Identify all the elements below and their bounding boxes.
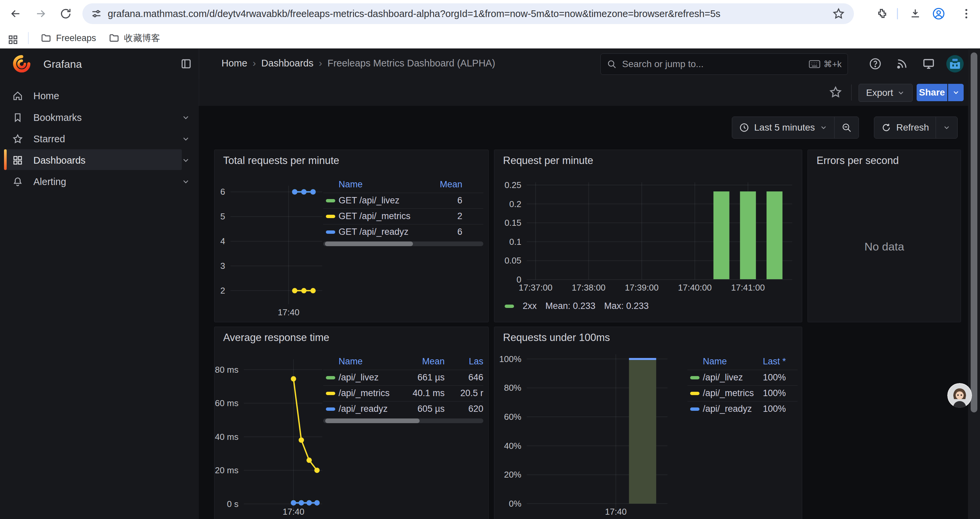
chevron-down-icon[interactable]: [181, 177, 190, 186]
table-divider: [687, 385, 797, 386]
legend-scrollbar-thumb[interactable]: [325, 418, 420, 423]
breadcrumb-dashboards[interactable]: Dashboards: [261, 58, 313, 69]
svg-text:6: 6: [221, 187, 225, 197]
sidebar-item-alerting[interactable]: Alerting: [0, 172, 199, 191]
legend-scrollbar[interactable]: [323, 418, 483, 423]
back-icon[interactable]: [10, 7, 22, 20]
svg-text:17:39:00: 17:39:00: [625, 283, 659, 292]
search-icon: [607, 59, 617, 69]
url-input[interactable]: [108, 8, 832, 19]
folder-icon: [109, 33, 119, 43]
search-bar[interactable]: ⌘+k: [600, 53, 848, 75]
chevron-down-icon[interactable]: [181, 134, 190, 143]
legend-series-name[interactable]: GET /api/_readyz: [339, 227, 409, 237]
profile-icon[interactable]: [932, 7, 946, 21]
legend-column-header: Mean: [440, 179, 462, 190]
svg-text:60%: 60%: [504, 412, 521, 422]
legend-value: 40.1 ms: [413, 388, 445, 398]
legend-series-name[interactable]: /api/_metrics: [703, 388, 754, 398]
dock-sidebar-icon[interactable]: [180, 58, 192, 70]
legend-mean: Mean: 0.233: [546, 301, 595, 311]
legend-scrollbar[interactable]: [323, 241, 483, 246]
legend-2xx[interactable]: 2xx Mean: 0.233 Max: 0.233: [505, 301, 649, 311]
chevron-down-icon[interactable]: [181, 156, 190, 164]
svg-text:0%: 0%: [509, 498, 521, 509]
panel-requests-under-100ms: Requests under 100ms 100%80%60%40%20%0%1…: [494, 327, 802, 519]
reload-icon[interactable]: [59, 7, 72, 20]
user-avatar[interactable]: [946, 55, 964, 73]
share-button[interactable]: Share: [916, 84, 947, 101]
refresh-button[interactable]: Refresh: [874, 117, 935, 138]
panel-title[interactable]: Errors per second: [816, 155, 899, 167]
chrome-menu-icon[interactable]: [960, 7, 973, 20]
extensions-icon[interactable]: [876, 7, 888, 20]
legend-series-name[interactable]: GET /api/_metrics: [339, 211, 410, 222]
svg-text:17:37:00: 17:37:00: [519, 283, 552, 292]
sidebar-item-bookmarks[interactable]: Bookmarks: [0, 108, 199, 127]
zoom-out-button[interactable]: [835, 117, 859, 138]
sidebar-item-dashboards[interactable]: Dashboards: [0, 151, 199, 170]
legend-column-header: Name: [339, 356, 363, 367]
legend-series-name[interactable]: /api/_livez: [703, 372, 743, 383]
share-menu-button[interactable]: [948, 84, 964, 101]
svg-text:0.25: 0.25: [504, 180, 521, 190]
table-divider: [323, 385, 483, 386]
forward-icon[interactable]: [34, 7, 47, 20]
refresh-interval-button[interactable]: [936, 117, 957, 138]
export-button[interactable]: Export: [859, 84, 913, 102]
legend-series-name[interactable]: /api/_metrics: [339, 388, 390, 398]
grafana-logo[interactable]: [12, 54, 31, 73]
legend-scrollbar-thumb[interactable]: [325, 241, 413, 246]
chevron-down-icon[interactable]: [181, 113, 190, 122]
sidebar-item-starred[interactable]: Starred: [0, 129, 199, 148]
svg-text:17:40: 17:40: [278, 307, 299, 317]
svg-text:17:40: 17:40: [283, 507, 304, 517]
panel-errors-per-second: Errors per second No data: [808, 150, 961, 322]
legend-series-name[interactable]: /api/_readyz: [703, 404, 752, 414]
legend-series-name[interactable]: /api/_livez: [339, 372, 379, 383]
site-info-icon[interactable]: [91, 8, 102, 20]
scrollbar-thumb[interactable]: [970, 53, 977, 412]
news-rss-icon[interactable]: [895, 57, 908, 70]
help-icon[interactable]: [869, 57, 882, 70]
legend-series-name[interactable]: /api/_readyz: [339, 404, 388, 414]
sidebar-item-home[interactable]: Home: [0, 86, 199, 105]
browser-toolbar: [0, 0, 980, 27]
legend-series-name[interactable]: GET /api/_livez: [339, 195, 399, 206]
time-range-picker[interactable]: Last 5 minutes: [732, 117, 834, 138]
series-color-pill: [326, 199, 335, 203]
svg-text:40 ms: 40 ms: [215, 432, 239, 442]
sidebar: Home Bookmarks Starred Dashboards Alerti…: [0, 79, 199, 519]
requests-under-100ms-chart: 100%80%60%40%20%0%17:40: [494, 327, 802, 519]
refresh-group: Refresh: [874, 117, 958, 139]
url-bar[interactable]: [83, 3, 854, 24]
legend-value: 100%: [763, 388, 786, 398]
bookmark-item-blog[interactable]: 收藏博客: [104, 30, 165, 46]
bookmark-star-icon[interactable]: [832, 7, 845, 21]
apps-grid-icon[interactable]: [7, 34, 19, 45]
chevron-right-icon: ›: [313, 57, 328, 69]
breadcrumb: Home › Dashboards › Freeleaps Metrics Da…: [221, 57, 495, 69]
search-input[interactable]: [621, 58, 809, 70]
monitor-icon[interactable]: [922, 57, 935, 70]
legend-value: 6: [457, 195, 462, 206]
legend-max: Max: 0.233: [604, 301, 649, 311]
favorite-star-icon[interactable]: [829, 85, 843, 99]
legend-column-header: Last *: [763, 356, 786, 367]
brand-label[interactable]: Grafana: [43, 58, 82, 70]
svg-text:20%: 20%: [504, 469, 521, 480]
bookmark-item-freeleaps[interactable]: Freeleaps: [36, 30, 101, 46]
screen: Freeleaps 收藏博客 Grafana Home › D: [0, 0, 980, 519]
downloads-icon[interactable]: [909, 7, 922, 20]
svg-text:40%: 40%: [504, 441, 521, 451]
svg-text:100%: 100%: [500, 354, 522, 364]
search-shortcut: ⌘+k: [809, 59, 842, 69]
assistant-avatar[interactable]: [947, 383, 972, 408]
bell-icon: [12, 176, 23, 187]
breadcrumb-home[interactable]: Home: [221, 58, 247, 69]
panel-average-response-time: Average response time 80 ms60 ms40 ms20 …: [214, 327, 488, 519]
panel-request-per-minute: Request per minute 0.250.20.150.10.05017…: [494, 150, 802, 322]
refresh-icon: [881, 122, 892, 133]
page-scrollbar[interactable]: [968, 48, 980, 519]
chevron-down-icon: [897, 89, 905, 97]
